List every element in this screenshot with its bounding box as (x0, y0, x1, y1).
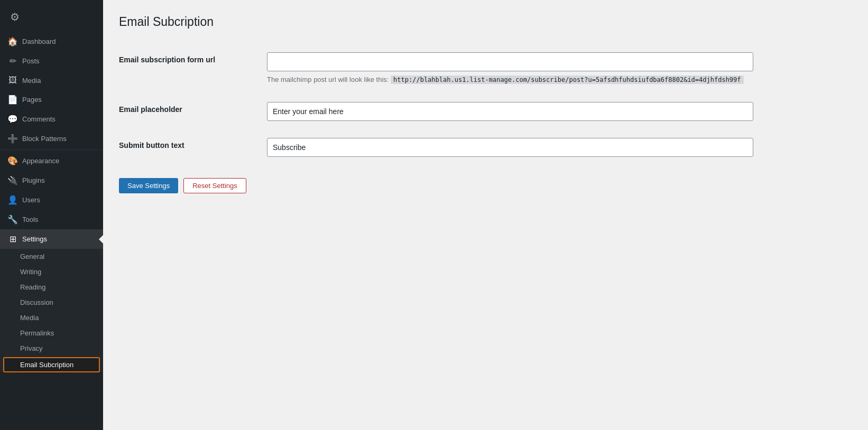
comments-icon: 💬 (7, 114, 18, 124)
sidebar-item-label: Pages (22, 96, 42, 104)
sidebar-item-label: Block Patterns (22, 135, 67, 143)
field-row-email-placeholder: Email placeholder (119, 94, 852, 129)
submit-button-text-field (267, 138, 852, 157)
submenu-item-reading[interactable]: Reading (0, 279, 103, 295)
submenu-item-general[interactable]: General (0, 249, 103, 264)
submit-button-text-label: Submit button text (119, 138, 267, 149)
email-placeholder-label: Email placeholder (119, 102, 267, 114)
submenu-item-writing[interactable]: Writing (0, 264, 103, 279)
nav-arrow (99, 235, 103, 244)
sidebar-item-label: Comments (22, 115, 56, 123)
mailchimp-url-example: http://blahblah.us1.list-manage.com/subs… (391, 76, 743, 84)
sidebar-item-comments[interactable]: 💬 Comments (0, 109, 103, 129)
sidebar-item-tools[interactable]: 🔧 Tools (0, 210, 103, 229)
email-placeholder-field (267, 102, 852, 121)
email-placeholder-input[interactable] (267, 102, 753, 121)
field-row-email-form-url: Email subscription form url The mailchim… (119, 44, 852, 94)
sidebar-item-plugins[interactable]: 🔌 Plugins (0, 171, 103, 190)
sidebar-item-label: Media (22, 77, 41, 85)
sidebar-item-media[interactable]: 🖼 Media (0, 71, 103, 90)
email-form-url-input[interactable] (267, 52, 753, 71)
plugins-icon: 🔌 (7, 175, 18, 185)
reset-settings-button[interactable]: Reset Settings (183, 178, 246, 193)
sidebar-item-dashboard[interactable]: 🏠 Dashboard (0, 32, 103, 51)
sidebar-item-pages[interactable]: 📄 Pages (0, 90, 103, 109)
media-icon: 🖼 (7, 76, 18, 85)
block-patterns-icon: ➕ (7, 134, 18, 144)
submenu-item-media[interactable]: Media (0, 310, 103, 325)
submenu-item-permalinks[interactable]: Permalinks (0, 325, 103, 341)
appearance-icon: 🎨 (7, 156, 18, 166)
submenu-item-email-subcription[interactable]: Email Subcription (3, 357, 100, 372)
field-row-submit-button-text: Submit button text (119, 129, 852, 165)
sidebar-item-label: Plugins (22, 176, 45, 184)
sidebar-item-label: Settings (22, 235, 47, 243)
save-settings-button[interactable]: Save Settings (119, 178, 178, 193)
tools-icon: 🔧 (7, 214, 18, 225)
submenu-item-privacy[interactable]: Privacy (0, 341, 103, 356)
users-icon: 👤 (7, 195, 18, 205)
sidebar-item-settings[interactable]: ⊞ Settings (0, 229, 103, 249)
wp-logo: ⚙ (0, 0, 103, 32)
sidebar-item-label: Posts (22, 57, 40, 65)
submit-button-text-input[interactable] (267, 138, 753, 157)
sidebar-item-appearance[interactable]: 🎨 Appearance (0, 151, 103, 171)
sidebar-item-label: Dashboard (22, 38, 56, 45)
dashboard-icon: 🏠 (7, 36, 18, 46)
settings-icon: ⊞ (7, 234, 18, 244)
sidebar-item-label: Users (22, 196, 40, 204)
page-title: Email Subcription (119, 15, 852, 29)
sidebar-item-label: Tools (22, 216, 38, 223)
posts-icon: ✏ (7, 56, 18, 66)
sidebar-item-label: Appearance (22, 157, 59, 165)
sidebar-item-block-patterns[interactable]: ➕ Block Patterns (0, 129, 103, 148)
email-form-url-field: The mailchimp post url will look like th… (267, 52, 852, 85)
sidebar-item-users[interactable]: 👤 Users (0, 190, 103, 210)
main-content: Email Subcription Email subscription for… (103, 0, 868, 430)
pages-icon: 📄 (7, 95, 18, 105)
sidebar: ⚙ 🏠 Dashboard ✏ Posts 🖼 Media 📄 Pages 💬 … (0, 0, 103, 430)
email-form-url-help: The mailchimp post url will look like th… (267, 74, 852, 85)
submenu-item-discussion[interactable]: Discussion (0, 295, 103, 310)
settings-submenu: General Writing Reading Discussion Media… (0, 249, 103, 372)
button-row: Save Settings Reset Settings (119, 178, 852, 193)
wp-icon: ⚙ (7, 10, 22, 24)
email-form-url-label: Email subscription form url (119, 52, 267, 64)
sidebar-item-posts[interactable]: ✏ Posts (0, 51, 103, 71)
